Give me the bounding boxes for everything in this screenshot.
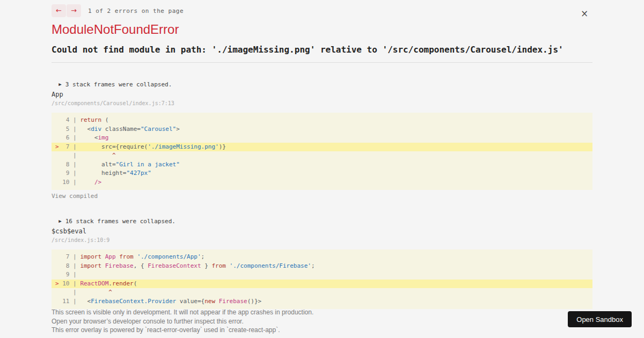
code-line: > 10 | ReactDOM.render( [52, 280, 592, 289]
code-line: 5 | <div className="Carousel"> [52, 125, 592, 134]
collapsed-frames-label: 16 stack frames were collapsed. [65, 218, 175, 225]
divider [52, 62, 592, 63]
collapsed-frames-toggle-1[interactable]: ▶3 stack frames were collapsed. [52, 74, 172, 88]
footer-note: Open your browser’s developer console to… [52, 317, 535, 326]
code-line: 8 | alt="Girl in a jacket" [52, 160, 592, 170]
code-snippet-carousel: 4 | return ( 5 | <div className="Carouse… [52, 113, 592, 190]
stack-frame-function: App [52, 91, 63, 98]
error-title: ModuleNotFoundError [52, 22, 179, 37]
triangle-right-icon: ▶ [58, 218, 61, 224]
error-counter: 1 of 2 errors on the page [88, 8, 184, 14]
footer-note: This screen is visible only in developme… [52, 308, 535, 317]
error-message: Could not find module in path: './imageM… [52, 45, 594, 55]
stack-frame-function: $csb$eval [52, 227, 86, 235]
collapsed-frames-label: 3 stack frames were collapsed. [65, 81, 172, 88]
code-line: | ^ [52, 288, 592, 297]
open-sandbox-button[interactable]: Open Sandbox [568, 311, 632, 327]
code-line: 4 | return ( [52, 116, 592, 125]
close-overlay-button[interactable]: × [577, 6, 591, 20]
error-pagination: ← → 1 of 2 errors on the page [52, 4, 184, 17]
code-line: 7 | import App from './components/App'; [52, 253, 592, 262]
code-line: 9 | height="427px" [52, 169, 592, 178]
triangle-right-icon: ▶ [58, 82, 61, 87]
dev-footer: This screen is visible only in developme… [52, 308, 535, 335]
code-line: 6 | <img [52, 134, 592, 143]
stack-frame-location: /src/index.js:10:9 [52, 237, 109, 243]
right-arrow-icon: → [71, 4, 77, 17]
next-error-button[interactable]: → [67, 4, 81, 17]
stack-frame-location: /src/components/Carousel/index.js:7:13 [52, 100, 174, 106]
close-icon: × [581, 8, 588, 19]
footer-note: This error overlay is powered by `react-… [52, 326, 535, 335]
view-compiled-link[interactable]: View compiled [52, 193, 98, 200]
code-line: 9 | [52, 270, 592, 280]
code-line: 10 | /> [52, 178, 592, 187]
collapsed-frames-toggle-2[interactable]: ▶16 stack frames were collapsed. [52, 211, 175, 225]
previous-error-button[interactable]: ← [52, 4, 66, 17]
left-arrow-icon: ← [56, 4, 62, 17]
code-line: | ^ [52, 151, 592, 160]
code-line: 11 | <FirebaseContext.Provider value={ne… [52, 297, 592, 306]
code-line: 8 | import Firebase, { FirebaseContext }… [52, 262, 592, 271]
code-snippet-index: 7 | import App from './components/App'; … [52, 249, 592, 309]
code-line: > 7 | src={require('./imageMissing.png')… [52, 143, 592, 152]
